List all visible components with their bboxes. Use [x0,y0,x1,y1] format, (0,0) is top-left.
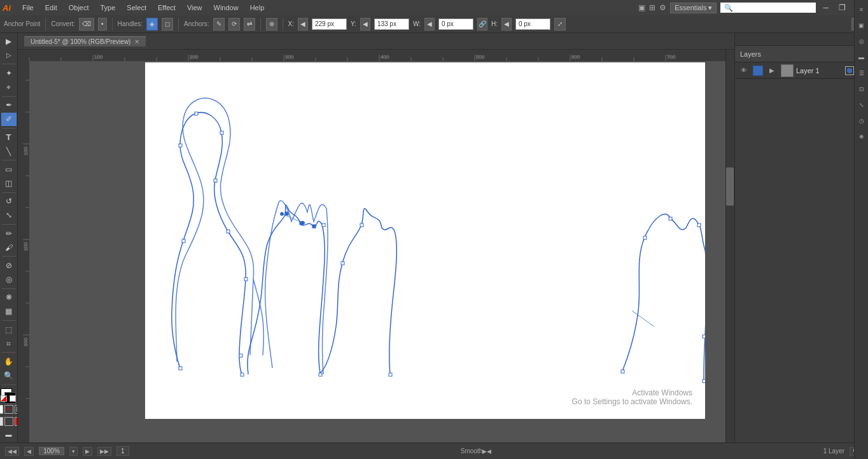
magic-wand-tool[interactable]: ✦ [1,66,17,80]
doc-tab-item[interactable]: Untitled-5* @ 100% (RGB/Preview) ✕ [24,36,146,46]
y-decr[interactable]: ◀ [360,18,370,31]
handles-btn2[interactable]: ◻ [162,18,173,31]
graph-tool[interactable]: ▦ [1,305,17,318]
transform-btn[interactable]: ⊕ [266,18,277,31]
anchors-btn2[interactable]: ⟳ [228,18,240,31]
line-tool[interactable]: ╲ [1,145,17,158]
paintbrush-tool[interactable]: ✏ [1,227,17,240]
rect-tool[interactable]: ▭ [1,162,17,176]
svg-rect-52 [239,354,242,357]
status-nav-next[interactable]: ▶ [83,447,92,456]
canvas-area[interactable]: Untitled-5* @ 100% (RGB/Preview) ✕ 100 2… [18,33,734,442]
artboard-tool[interactable]: ⬚ [1,323,17,336]
stroke-mode-btn[interactable]: ✕ [4,405,13,414]
x-decr[interactable]: ◀ [298,18,308,31]
right-icon-fill[interactable]: ▣ [855,18,869,32]
menu-help[interactable]: Help [245,3,270,13]
w-field[interactable] [438,18,473,30]
svg-rect-48 [220,131,223,134]
slice-tool[interactable]: ⌗ [1,337,17,350]
menu-window[interactable]: Window [209,3,244,13]
mode-back[interactable]: ◀ [487,448,491,455]
minimize-button[interactable]: ─ [820,3,832,12]
h-label: H: [491,20,498,27]
status-nav-last[interactable]: ▶▶ [97,447,111,456]
doc-tab-title: Untitled-5* @ 100% (RGB/Preview) [31,38,130,45]
eraser-tool[interactable]: ◫ [1,177,17,190]
right-icon-layers[interactable]: ≡ [855,3,869,17]
tool-sep8 [2,288,16,289]
selection-tool[interactable]: ▶ [1,34,17,48]
svg-text:600: 600 [571,54,580,60]
menu-object[interactable]: Object [64,3,94,13]
right-icon-align[interactable]: ⊡ [855,82,869,96]
screen-mode-btn2[interactable] [4,417,13,426]
blob-brush-tool[interactable]: 🖌 [1,241,17,254]
search-input[interactable] [720,3,816,13]
hand-tool[interactable]: ✋ [1,355,17,368]
direct-selection-tool[interactable]: ▷ [1,48,17,62]
menu-edit[interactable]: Edit [40,3,62,13]
right-icon-gradient[interactable]: ▬ [855,50,869,64]
zoom-tool[interactable]: 🔍 [1,369,17,383]
menu-right: ▣ ⊞ ⚙ Essentials ▾ ─ ❐ ✕ [638,3,865,13]
symbol-tool[interactable]: ❋ [1,291,17,304]
rotate-tool[interactable]: ↺ [1,195,17,208]
svg-point-59 [302,222,305,225]
screen-mode-btn1[interactable] [0,417,3,426]
lock-aspect[interactable]: 🔗 [477,18,487,31]
doc-tab-close[interactable]: ✕ [134,38,139,45]
scale-tool[interactable]: ⤡ [1,209,17,222]
menu-select[interactable]: Select [122,3,151,13]
artboard-nav[interactable]: ▬ [1,428,17,441]
anchors-btn3[interactable]: ⇄ [244,18,255,31]
h-field[interactable] [515,18,550,30]
h-decr[interactable]: ◀ [501,18,512,31]
color-swatches[interactable] [1,388,17,402]
scrollbar-thumb[interactable] [726,167,734,206]
zoom-menu-btn[interactable]: ▾ [69,447,78,456]
panel-collapse-bar[interactable]: ≫ [735,33,868,46]
canvas-scroll-area[interactable]: 100 200 300 400 500 600 700 [18,50,734,442]
menu-type[interactable]: Type [95,3,121,13]
x-field[interactable] [312,18,347,30]
type-tool[interactable]: T [1,131,17,144]
pen-tool[interactable]: ✒ [1,99,17,112]
right-icon-stroke[interactable]: ◎ [855,34,869,48]
pen-alt-tool[interactable]: ✐ [1,113,17,126]
menu-view[interactable]: View [182,3,207,13]
svg-rect-44 [179,367,182,370]
layer-visibility-circle[interactable] [845,66,854,75]
layers-expand-btn[interactable]: ▶ [766,64,778,77]
zoom-field[interactable] [39,447,64,455]
blend-tool[interactable]: ◎ [1,273,17,286]
status-nav-prev[interactable]: ◀ [24,447,34,456]
restore-button[interactable]: ❐ [836,3,849,12]
layers-visibility-btn[interactable]: 👁 [738,64,750,77]
svg-line-57 [282,214,303,223]
tool-sep7 [2,256,16,257]
anchors-btn1[interactable]: ✎ [213,18,225,31]
menu-file[interactable]: File [17,3,39,13]
fill-mode-btn[interactable] [0,405,3,414]
options-bar: Anchor Point Convert: ⌫ • Handles: ◈ ◻ A… [0,15,868,33]
mode-toggle[interactable]: ▶ [482,448,487,455]
convert-btn1[interactable]: ⌫ [79,18,94,31]
path-group [172,98,705,381]
right-icon-transform[interactable]: ⤡ [855,98,869,112]
w-decr[interactable]: ◀ [424,18,435,31]
right-icon-symbol[interactable]: ❋ [855,130,869,144]
right-icon-appear[interactable]: ☰ [855,66,869,80]
canvas-svg[interactable] [145,62,705,419]
convert-btn2[interactable]: • [98,18,107,31]
right-icon-patho[interactable]: ◷ [855,114,869,128]
essentials-button[interactable]: Essentials ▾ [670,3,717,13]
handles-btn1[interactable]: ◈ [146,18,158,31]
status-nav-left[interactable]: ◀◀ [5,447,19,456]
y-field[interactable] [374,18,409,30]
menu-effect[interactable]: Effect [153,3,181,13]
eyedropper-tool[interactable]: ⊘ [1,258,17,272]
transform-extra[interactable]: ⤢ [554,18,566,31]
vertical-scrollbar[interactable] [725,50,734,442]
lasso-tool[interactable]: ⌖ [1,81,17,94]
